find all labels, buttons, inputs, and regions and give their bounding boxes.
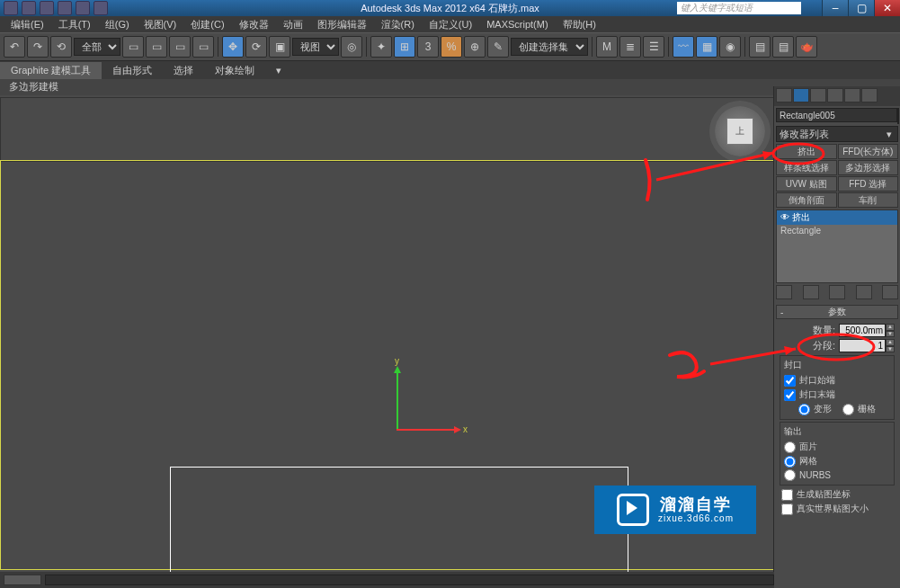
rotate-icon[interactable]: ⟳ (245, 36, 267, 58)
selection-lock-icon[interactable]: ✎ (487, 36, 509, 58)
output-patch-radio[interactable] (784, 441, 796, 453)
viewport-top-strip[interactable] (0, 97, 774, 162)
modbtn-ffdsel[interactable]: FFD 选择 (838, 176, 899, 192)
real-world-checkbox[interactable] (781, 503, 793, 515)
output-mesh-radio[interactable] (784, 456, 796, 468)
object-color-swatch[interactable] (897, 108, 899, 124)
close-button[interactable]: ✕ (874, 0, 900, 16)
segments-spinner[interactable]: ▲▼ (839, 339, 895, 352)
menu-modifiers[interactable]: 修改器 (232, 18, 276, 31)
hierarchy-tab-icon[interactable] (810, 88, 826, 102)
segments-input[interactable] (839, 339, 886, 352)
show-end-result-icon[interactable] (803, 285, 819, 299)
menu-tools[interactable]: 工具(T) (51, 18, 98, 31)
modbtn-splinesel[interactable]: 样条线选择 (776, 160, 837, 175)
select-icon[interactable]: ▭ (122, 36, 144, 58)
snap-toggle-icon[interactable]: ⊞ (394, 36, 415, 58)
menu-render[interactable]: 渲染(R) (374, 18, 422, 31)
amount-spin-down-icon[interactable]: ▼ (886, 331, 895, 338)
stack-row-extrude[interactable]: 👁 挤出 (777, 210, 897, 225)
app-icon[interactable] (4, 1, 18, 15)
rectangle-object[interactable] (170, 467, 628, 575)
schematic-view-icon[interactable]: ▦ (696, 36, 717, 58)
spinner-snap-icon[interactable]: ⊕ (464, 36, 486, 58)
gizmo-x-axis[interactable] (397, 429, 459, 431)
modbtn-lathe[interactable]: 车削 (838, 192, 899, 208)
segments-spin-down-icon[interactable]: ▼ (886, 346, 895, 353)
viewcube-face-top[interactable]: 上 (726, 118, 753, 145)
viewcube[interactable]: 上 (715, 106, 765, 156)
modify-tab-icon[interactable] (793, 88, 809, 102)
undo-icon[interactable]: ↶ (4, 36, 25, 58)
stack-row-rectangle[interactable]: Rectangle (777, 225, 897, 236)
modifier-list-dropdown[interactable]: 修改器列表 ▾ (776, 126, 898, 142)
redo-icon[interactable]: ↷ (27, 36, 49, 58)
ribbon-tab-freeform[interactable]: 自由形式 (102, 62, 163, 79)
menu-help[interactable]: 帮助(H) (556, 18, 603, 31)
curve-editor-icon[interactable]: 〰 (673, 36, 694, 58)
ref-coord-system[interactable]: 视图 (292, 38, 339, 56)
ribbon-expand-icon[interactable]: ▾ (265, 63, 292, 78)
cap-start-checkbox[interactable] (784, 375, 796, 387)
display-tab-icon[interactable] (844, 88, 860, 102)
pin-stack-icon[interactable] (776, 285, 792, 299)
scrollbar-track[interactable] (45, 575, 774, 585)
configure-sets-icon[interactable] (882, 285, 898, 299)
ribbon-tab-objectpaint[interactable]: 对象绘制 (204, 62, 265, 79)
cap-end-checkbox[interactable] (784, 389, 796, 401)
menu-create[interactable]: 创建(C) (183, 18, 231, 31)
object-name-field[interactable] (776, 108, 897, 122)
modbtn-extrude[interactable]: 挤出 (776, 144, 837, 159)
remove-modifier-icon[interactable] (856, 285, 872, 299)
angle-snap-icon[interactable]: 3 (417, 36, 439, 58)
named-selection-set[interactable]: 创建选择集 (511, 38, 588, 56)
gen-mapping-checkbox[interactable] (781, 489, 793, 501)
menu-edit[interactable]: 编辑(E) (4, 18, 51, 31)
qat-save-icon[interactable] (58, 1, 72, 15)
cap-morph-radio[interactable] (798, 404, 810, 415)
ribbon-tab-graphite[interactable]: Graphite 建模工具 (0, 62, 102, 79)
scale-icon[interactable]: ▣ (269, 36, 290, 58)
rendered-frame-icon[interactable]: ▤ (772, 36, 794, 58)
modifier-stack[interactable]: 👁 挤出 Rectangle (776, 209, 898, 283)
amount-spinner[interactable]: ▲▼ (839, 324, 895, 337)
timeline-scrollbar[interactable] (0, 572, 774, 588)
window-crossing-icon[interactable]: ▭ (192, 36, 214, 58)
menu-grapheditors[interactable]: 图形编辑器 (310, 18, 374, 31)
utilities-tab-icon[interactable] (861, 88, 878, 102)
render-icon[interactable]: 🫖 (796, 36, 817, 58)
mirror-icon[interactable]: М (596, 36, 618, 58)
menu-group[interactable]: 组(G) (98, 18, 137, 31)
align-icon[interactable]: ≣ (619, 36, 641, 58)
select-name-icon[interactable]: ▭ (146, 36, 167, 58)
manip-icon[interactable]: ✦ (370, 36, 392, 58)
render-setup-icon[interactable]: ▤ (749, 36, 771, 58)
menu-customize[interactable]: 自定义(U) (422, 18, 479, 31)
scrollbar-thumb[interactable] (4, 575, 41, 585)
region-rect-icon[interactable]: ▭ (169, 36, 191, 58)
rollout-parameters[interactable]: -参数 (776, 305, 898, 319)
output-nurbs-radio[interactable] (784, 469, 796, 481)
motion-tab-icon[interactable] (827, 88, 843, 102)
material-editor-icon[interactable]: ◉ (719, 36, 741, 58)
qat-undo-icon[interactable] (76, 1, 90, 15)
modbtn-ffdbox[interactable]: FFD(长方体) (838, 144, 899, 159)
qat-redo-icon[interactable] (94, 1, 108, 15)
ribbon-panel-polymodel[interactable]: 多边形建模 (0, 79, 900, 95)
modbtn-polysel[interactable]: 多边形选择 (838, 160, 899, 175)
help-search-input[interactable]: 键入关键字或短语 (677, 2, 801, 14)
menu-maxscript[interactable]: MAXScript(M) (479, 19, 555, 30)
pivot-icon[interactable]: ◎ (341, 36, 362, 58)
gizmo-y-axis[interactable] (397, 368, 398, 431)
create-tab-icon[interactable] (776, 88, 792, 102)
selection-filter[interactable]: 全部 (74, 38, 120, 56)
ribbon-tab-selection[interactable]: 选择 (163, 62, 204, 79)
menu-animation[interactable]: 动画 (276, 18, 310, 31)
move-icon[interactable]: ✥ (222, 36, 244, 58)
modbtn-uvwmap[interactable]: UVW 贴图 (776, 176, 837, 192)
percent-snap-icon[interactable]: % (441, 36, 462, 58)
minimize-button[interactable]: – (822, 0, 848, 16)
amount-input[interactable] (839, 324, 886, 337)
amount-spin-up-icon[interactable]: ▲ (886, 324, 895, 331)
cap-grid-radio[interactable] (842, 404, 854, 415)
